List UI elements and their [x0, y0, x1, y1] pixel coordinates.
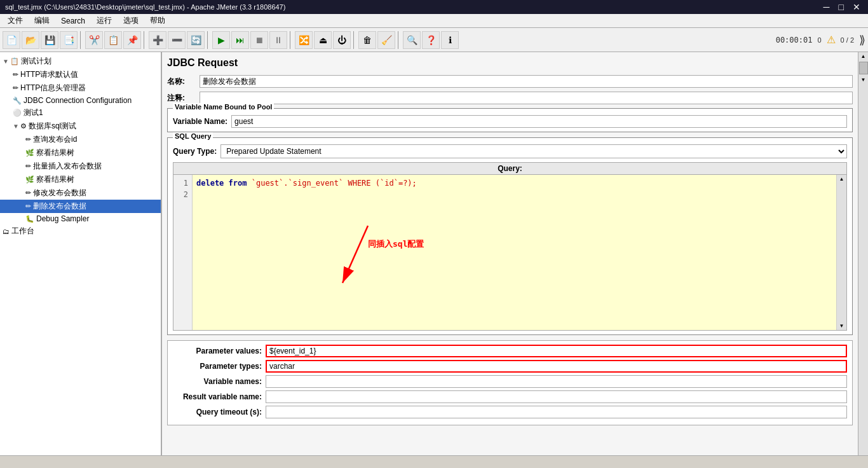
toolbar-remote-exit[interactable]: ⏻ [333, 31, 351, 49]
expand-btn-db[interactable]: ▼ [13, 123, 19, 130]
query-timeout-input[interactable] [266, 406, 847, 418]
scroll-thumb[interactable] [859, 62, 868, 74]
query-timeout-label: Query timeout (s): [173, 408, 262, 416]
param-section: Parameter values: Parameter types: Varia… [167, 340, 853, 425]
app-title: sql_test.jmx (C:\Users\24831\Desktop\jme… [5, 3, 285, 11]
toolbar-save[interactable]: 💾 [41, 31, 58, 49]
menu-run[interactable]: 运行 [92, 14, 117, 27]
query-id-icon: ✏ [25, 135, 31, 144]
query-scrollbar[interactable]: ▲ ▼ [836, 175, 846, 330]
toolbar-stop[interactable]: ⏹ [250, 31, 268, 49]
minimize-button[interactable]: ─ [821, 2, 832, 12]
debug-icon: 🐛 [25, 215, 34, 223]
timer-display: 00:00:01 [776, 36, 813, 45]
toolbar-paste[interactable]: 📌 [123, 31, 141, 49]
toolbar-save-as[interactable]: 📑 [60, 31, 78, 49]
expand-btn[interactable]: ▼ [3, 58, 9, 65]
param-types-label: Parameter types: [173, 362, 262, 371]
tree-label: 测试1 [24, 107, 43, 118]
var-names-label: Variable names: [173, 377, 262, 386]
result-var-input[interactable] [266, 390, 847, 403]
toolbar-new[interactable]: 📄 [3, 31, 20, 49]
annotation-arrow [336, 219, 400, 296]
test-plan-icon: 📋 [10, 57, 19, 65]
close-button[interactable]: ✕ [850, 2, 863, 12]
menu-options[interactable]: 选项 [118, 14, 144, 27]
menu-file[interactable]: 文件 [3, 14, 28, 27]
outer-scrollbar[interactable]: ▲ ▼ [858, 52, 868, 455]
code-line-1: delete from `guest`.`sign_event` WHERE (… [196, 177, 832, 189]
tree-item-http-header[interactable]: ✏ HTTP信息头管理器 [0, 81, 161, 95]
view2-icon: 🌿 [25, 176, 34, 184]
toolbar-help[interactable]: ❓ [422, 31, 440, 49]
tree-item-view-results1[interactable]: 🌿 察看结果树 [0, 146, 161, 160]
test1-icon: ⚪ [13, 109, 22, 117]
query-content: 1 2 delete from `guest`.`sign_event` WHE… [173, 175, 846, 330]
tree-label: JDBC Connection Configuration [24, 96, 132, 105]
menu-bar: 文件 编辑 Search 运行 选项 帮助 [0, 14, 868, 28]
query-type-select[interactable]: Prepared Update Statement Select Stateme… [220, 144, 847, 158]
tree-item-query-id[interactable]: ✏ 查询发布会id [0, 133, 161, 146]
sep3 [207, 31, 210, 49]
tree-item-test-plan[interactable]: ▼ 📋 测试计划 [0, 55, 161, 68]
window-controls: ─ □ ✕ [821, 2, 863, 12]
tree-label: 察看结果树 [36, 148, 74, 158]
tree-item-db-test[interactable]: ▼ ⚙ 数据库sql测试 [0, 120, 161, 133]
var-names-input[interactable] [266, 375, 847, 388]
tree-item-http-defaults[interactable]: ✏ HTTP请求默认值 [0, 68, 161, 81]
name-input[interactable] [200, 75, 853, 88]
tree-item-debug[interactable]: 🐛 Debug Sampler [0, 213, 161, 224]
tree-label: 察看结果树 [36, 174, 74, 185]
toolbar-start[interactable]: ▶ [212, 31, 230, 49]
comment-label: 注释: [167, 93, 196, 104]
query-timeout-row: Query timeout (s): [173, 406, 847, 418]
title-bar: sql_test.jmx (C:\Users\24831\Desktop\jme… [0, 0, 868, 14]
maximize-button[interactable]: □ [836, 2, 846, 12]
svg-line-1 [342, 226, 368, 283]
tree-item-test1[interactable]: ⚪ 测试1 [0, 106, 161, 120]
toolbar-remote-start[interactable]: 🔀 [295, 31, 313, 49]
scroll-up[interactable]: ▲ [858, 52, 868, 60]
menu-edit[interactable]: 编辑 [29, 14, 55, 27]
tree-item-jdbc-config[interactable]: 🔧 JDBC Connection Configuration [0, 95, 161, 106]
status-bar [0, 455, 868, 468]
toolbar-expand[interactable]: ➕ [149, 31, 166, 49]
tree-label: 工作台 [11, 226, 34, 237]
scroll-down[interactable]: ▼ [858, 76, 868, 84]
db-test-icon: ⚙ [20, 122, 27, 130]
comment-input[interactable] [200, 92, 853, 104]
tree-item-workbench[interactable]: 🗂 工作台 [0, 224, 161, 238]
param-types-input[interactable] [266, 360, 847, 373]
toolbar-remote-stop[interactable]: ⏏ [314, 31, 332, 49]
toolbar-info[interactable]: ℹ [441, 31, 459, 49]
menu-help[interactable]: 帮助 [145, 14, 170, 27]
tree-item-delete[interactable]: ✏ 删除发布会数据 [0, 200, 161, 213]
toolbar-collapse[interactable]: ➖ [168, 31, 186, 49]
query-area: Query: 1 2 delete from `guest`.`sign_eve… [173, 162, 847, 331]
tree-item-update[interactable]: ✏ 修改发布会数据 [0, 186, 161, 200]
menu-search[interactable]: Search [56, 15, 90, 27]
variable-name-label: Variable Name: [173, 117, 227, 126]
toolbar-copy[interactable]: 📋 [104, 31, 122, 49]
result-var-row: Result variable name: [173, 390, 847, 403]
toolbar-cut[interactable]: ✂️ [85, 31, 103, 49]
toolbar-clear-all[interactable]: 🧹 [377, 31, 395, 49]
batch-icon: ✏ [25, 162, 31, 170]
sql-query-section: SQL Query Query Type: Prepared Update St… [167, 137, 853, 335]
tree-item-batch-insert[interactable]: ✏ 批量插入发布会数据 [0, 160, 161, 173]
tree-label: 修改发布会数据 [33, 188, 86, 198]
toolbar-start-no-pause[interactable]: ⏭ [231, 31, 249, 49]
expand-icon[interactable]: ⟫ [859, 33, 865, 47]
toolbar-shutdown[interactable]: ⏸ [269, 31, 287, 49]
toolbar-clear[interactable]: 🗑 [358, 31, 376, 49]
toolbar-reset[interactable]: 🔄 [187, 31, 205, 49]
code-editor[interactable]: delete from `guest`.`sign_event` WHERE (… [193, 175, 836, 330]
query-type-row: Query Type: Prepared Update Statement Se… [173, 144, 847, 158]
var-names-row: Variable names: [173, 375, 847, 388]
param-values-input[interactable] [266, 345, 847, 357]
tree-item-view-results2[interactable]: 🌿 察看结果树 [0, 173, 161, 186]
toolbar-search[interactable]: 🔍 [403, 31, 421, 49]
toolbar-open[interactable]: 📂 [22, 31, 39, 49]
variable-name-input[interactable] [231, 115, 847, 128]
variable-section-title: Variable Name Bound to Pool [173, 103, 274, 111]
